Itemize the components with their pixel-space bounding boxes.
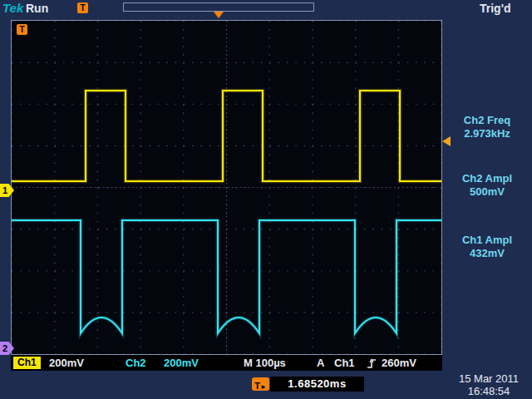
trigger-level-readout: 260mV — [382, 357, 416, 369]
readout-ch1-ampl: Ch1 Ampl 432mV — [444, 234, 530, 260]
trigger-mode: A — [317, 357, 324, 369]
trigger-position-marker-icon — [214, 12, 224, 18]
trigger-t-icon: T — [77, 2, 88, 13]
trigger-t-graticule-icon: T — [17, 24, 27, 35]
readout-ch2-ampl: Ch2 Ampl 500mV — [444, 172, 530, 199]
waveform-svg — [12, 21, 441, 354]
trigger-status: Trig'd — [480, 2, 511, 15]
readout-value: 2.973kHz — [444, 127, 530, 140]
acquisition-run-status: Run — [26, 2, 48, 15]
tek-logo: Tek — [2, 1, 23, 15]
readout-value: 500mV — [444, 185, 530, 199]
status-bar: Ch1 200mV Ch2 200mV M 100µs A Ch1 260mV — [11, 355, 442, 371]
time-text: 16:48:54 — [447, 385, 530, 397]
readout-label: Ch2 Ampl — [444, 172, 530, 185]
readout-label: Ch2 Freq — [444, 114, 530, 127]
trigger-t-icon: T — [254, 381, 260, 391]
acquisition-record-bar — [123, 2, 314, 12]
readout-value: 432mV — [444, 247, 530, 260]
rising-edge-slope-icon — [367, 357, 377, 372]
readout-ch2-freq: Ch2 Freq 2.973kHz — [444, 114, 530, 140]
readout-label: Ch1 Ampl — [444, 234, 530, 247]
trigger-source: Ch1 — [334, 357, 355, 369]
date-text: 15 Mar 2011 — [447, 372, 530, 385]
datetime-readout: 15 Mar 2011 16:48:54 — [447, 372, 530, 397]
trigger-time-badge: T► — [252, 377, 269, 391]
timebase-readout: M 100µs — [244, 357, 286, 369]
right-arrow-icon: ► — [260, 383, 267, 391]
graticule — [11, 20, 442, 355]
ch2-scale-value: 200mV — [164, 357, 199, 369]
oscilloscope-screen: Tek Run T Trig'd T 1 2 Ch2 Freq 2.973kHz… — [0, 0, 532, 399]
ch1-scale-value: 200mV — [49, 357, 84, 369]
ch2-scale-chip: Ch2 — [126, 357, 146, 369]
ch1-scale-chip: Ch1 — [13, 357, 41, 369]
trigger-time-value: 1.68520ms — [270, 377, 364, 392]
